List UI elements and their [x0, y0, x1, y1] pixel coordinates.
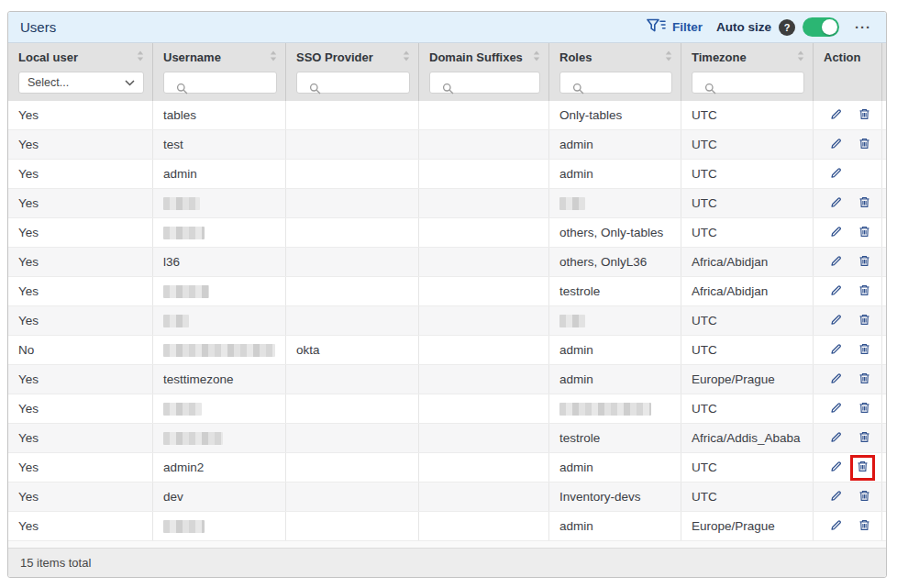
- delete-button-highlighted[interactable]: [850, 455, 875, 481]
- toolbar: Filter Auto size ? ···: [647, 17, 873, 37]
- question-help-icon[interactable]: ?: [779, 19, 795, 36]
- delete-button[interactable]: [856, 107, 872, 124]
- filter-button[interactable]: Filter: [647, 18, 703, 36]
- edit-button[interactable]: [827, 166, 844, 183]
- cell-action: [814, 218, 882, 247]
- delete-button[interactable]: [856, 518, 872, 535]
- column-sort-sso-provider[interactable]: SSO Provider: [286, 43, 418, 71]
- edit-pencil-icon: [829, 342, 843, 359]
- edit-button[interactable]: [827, 254, 844, 271]
- username-search-input[interactable]: [163, 72, 277, 94]
- cell-local-user: Yes: [8, 248, 153, 276]
- cell-username: l36: [153, 248, 286, 276]
- cell-action: [814, 248, 882, 276]
- redacted-value: [559, 403, 651, 416]
- delete-trash-icon: [858, 518, 871, 535]
- row-filler: [882, 248, 888, 276]
- cell-sso-provider: [286, 218, 419, 247]
- edit-button[interactable]: [827, 489, 844, 505]
- table-footer: 15 items total: [8, 549, 886, 577]
- ellipsis-menu-icon[interactable]: ···: [853, 20, 873, 34]
- cell-action: [814, 424, 882, 452]
- sort-icon: [137, 50, 144, 64]
- edit-button[interactable]: [827, 107, 844, 124]
- edit-pencil-icon: [829, 137, 843, 153]
- table-row: YestesttimezoneadminEurope/Prague: [8, 365, 886, 394]
- cell-action: [814, 160, 882, 188]
- cell-username: [153, 189, 286, 217]
- cell-roles: others, OnlyL36: [549, 248, 681, 276]
- delete-button[interactable]: [856, 313, 872, 329]
- cell-roles: admin: [549, 453, 681, 482]
- cell-roles: [549, 189, 681, 217]
- edit-button[interactable]: [827, 460, 844, 476]
- column-label: Timezone: [692, 50, 747, 64]
- cell-local-user: Yes: [8, 424, 153, 452]
- local-user-filter-select[interactable]: Select...: [18, 72, 144, 94]
- row-filler: [882, 394, 888, 423]
- domain-suffixes-search-input[interactable]: [429, 72, 540, 94]
- delete-button[interactable]: [856, 372, 872, 388]
- edit-button[interactable]: [827, 195, 844, 212]
- column-sort-username[interactable]: Username: [153, 43, 285, 71]
- cell-sso-provider: [286, 424, 419, 452]
- search-filter-wrap: [429, 72, 540, 94]
- cell-local-user: Yes: [8, 101, 153, 129]
- cell-action: [814, 365, 882, 394]
- cell-roles: testrole: [549, 424, 681, 452]
- autosize-toggle[interactable]: [803, 17, 839, 37]
- cell-action: [814, 336, 882, 364]
- column-sort-domain-suffixes[interactable]: Domain Suffixes: [419, 43, 548, 71]
- delete-button[interactable]: [856, 254, 872, 271]
- column-filter-username: [153, 71, 285, 101]
- filter-icon: [647, 18, 666, 36]
- column-sort-roles[interactable]: Roles: [549, 43, 681, 71]
- delete-button[interactable]: [856, 137, 872, 153]
- cell-sso-provider: [286, 189, 419, 217]
- edit-pencil-icon: [829, 372, 843, 388]
- delete-button[interactable]: [856, 489, 872, 505]
- delete-button[interactable]: [856, 195, 872, 212]
- delete-button[interactable]: [856, 401, 872, 417]
- edit-button[interactable]: [827, 372, 844, 388]
- cell-domain-suffixes: [419, 160, 549, 188]
- edit-button[interactable]: [827, 342, 844, 359]
- timezone-search-input[interactable]: [692, 72, 804, 94]
- delete-trash-icon: [858, 401, 871, 417]
- edit-pencil-icon: [829, 460, 843, 476]
- column-label: Local user: [18, 50, 78, 64]
- roles-search-input[interactable]: [559, 72, 672, 94]
- column-sort-timezone[interactable]: Timezone: [681, 43, 813, 71]
- delete-button[interactable]: [856, 342, 872, 359]
- delete-button[interactable]: [856, 225, 872, 241]
- delete-button[interactable]: [856, 430, 872, 447]
- table-row: YesadminEurope/Prague: [8, 512, 886, 541]
- edit-button[interactable]: [827, 225, 844, 241]
- cell-local-user: Yes: [8, 365, 153, 394]
- edit-button[interactable]: [827, 313, 844, 329]
- edit-button[interactable]: [827, 137, 844, 153]
- edit-button[interactable]: [827, 430, 844, 447]
- row-filler: [882, 336, 888, 364]
- cell-domain-suffixes: [419, 189, 549, 217]
- column-header-local-user: Local userSelect...: [8, 43, 153, 101]
- row-filler: [882, 218, 888, 247]
- edit-button[interactable]: [827, 518, 844, 535]
- cell-sso-provider: [286, 483, 419, 511]
- header-filler: [882, 43, 888, 101]
- cell-roles: testrole: [549, 277, 681, 305]
- column-sort-local-user[interactable]: Local user: [8, 43, 152, 71]
- table-row: YesUTC: [8, 306, 886, 336]
- row-filler: [882, 160, 888, 188]
- table-header-row: Local userSelect...UsernameSSO ProviderD…: [8, 43, 886, 101]
- edit-pencil-icon: [829, 195, 843, 212]
- edit-button[interactable]: [827, 401, 844, 417]
- redacted-value: [163, 227, 205, 239]
- toggle-knob: [822, 19, 837, 35]
- table-row: YestablesOnly-tablesUTC: [8, 101, 886, 130]
- sso-provider-search-input[interactable]: [296, 72, 410, 94]
- edit-button[interactable]: [827, 283, 844, 300]
- delete-button[interactable]: [856, 283, 872, 300]
- row-filler: [882, 424, 888, 452]
- redacted-value: [559, 197, 585, 210]
